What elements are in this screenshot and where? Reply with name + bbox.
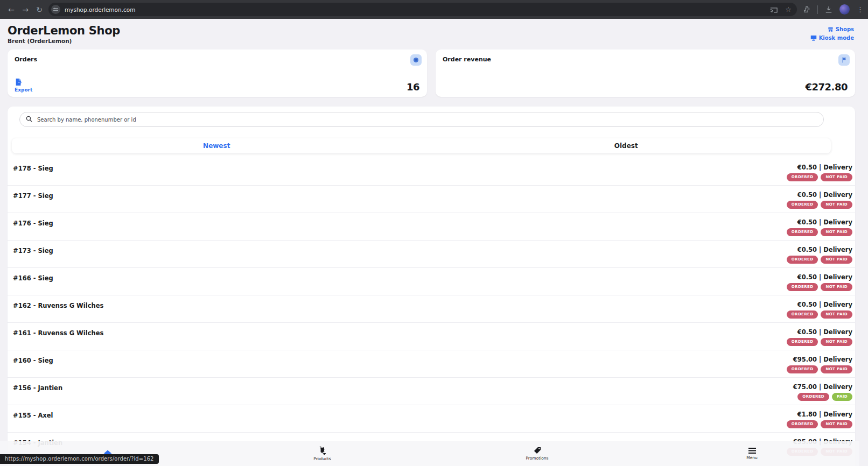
export-label: Export — [15, 87, 32, 93]
order-name: #162 - Ruvenss G Wilches — [13, 301, 103, 309]
tab-newest[interactable]: Newest — [12, 142, 422, 150]
ordered-badge: ORDERED — [787, 338, 818, 346]
status-url-tooltip: https://myshop.orderlemon.com/orders/ord… — [0, 454, 159, 464]
search-input[interactable] — [19, 112, 824, 127]
order-name: #161 - Ruvenss G Wilches — [13, 328, 103, 337]
order-price-method: €0.50 | Delivery — [797, 246, 852, 253]
order-name: #160 - Sieg — [13, 356, 53, 364]
nav-item-menu[interactable]: Menu — [645, 441, 859, 466]
not-paid-badge: NOT PAID — [821, 365, 852, 373]
page-title: OrderLemon Shop — [8, 24, 860, 37]
order-row[interactable]: #162 - Ruvenss G Wilches€0.50 | Delivery… — [8, 295, 855, 323]
download-icon[interactable] — [825, 6, 832, 13]
nav-label-products: Products — [313, 456, 331, 461]
order-badges: ORDEREDNOT PAID — [787, 256, 852, 264]
order-badges: ORDEREDPAID — [797, 393, 852, 401]
address-bar[interactable]: myshop.orderlemon.com ☆ — [48, 3, 797, 16]
page-subtitle: Brent (OrderLemon) — [8, 38, 860, 44]
order-price-method: €0.50 | Delivery — [797, 218, 852, 226]
order-name: #156 - Jantien — [13, 383, 62, 392]
ordered-badge: ORDERED — [797, 393, 829, 401]
order-price-method: €95.00 | Delivery — [793, 356, 852, 363]
order-row[interactable]: #155 - Axel€1.80 | DeliveryORDEREDNOT PA… — [8, 405, 855, 433]
shop-icon — [828, 26, 834, 32]
order-row[interactable]: #161 - Ruvenss G Wilches€0.50 | Delivery… — [8, 323, 855, 350]
search-icon — [26, 116, 32, 122]
promotions-icon — [534, 447, 541, 454]
order-badges: ORDEREDNOT PAID — [787, 228, 852, 236]
ordered-badge: ORDERED — [787, 256, 818, 264]
revenue-amount: €272.80 — [806, 81, 848, 93]
revenue-card[interactable]: Order revenue €272.80 — [436, 50, 855, 97]
order-price-method: €0.50 | Delivery — [797, 164, 852, 171]
not-paid-badge: NOT PAID — [821, 173, 852, 181]
order-badges: ORDEREDNOT PAID — [787, 338, 852, 346]
order-row[interactable]: #173 - Sieg€0.50 | DeliveryORDEREDNOT PA… — [8, 241, 855, 268]
ordered-badge: ORDERED — [787, 420, 818, 428]
order-row[interactable]: #160 - Sieg€95.00 | DeliveryORDEREDNOT P… — [8, 350, 855, 378]
menu-icon — [748, 448, 756, 454]
order-row[interactable]: #176 - Sieg€0.50 | DeliveryORDEREDNOT PA… — [8, 213, 855, 241]
toolbar-divider — [817, 5, 818, 14]
not-paid-badge: NOT PAID — [821, 310, 852, 319]
order-badges: ORDEREDNOT PAID — [787, 365, 852, 373]
export-icon — [15, 78, 22, 86]
kiosk-mode-label: Kiosk mode — [819, 35, 854, 41]
shops-link[interactable]: Shops — [828, 26, 854, 32]
orders-icon — [410, 54, 422, 66]
extensions-icon[interactable] — [803, 6, 810, 13]
site-settings-icon[interactable] — [51, 5, 60, 14]
not-paid-badge: NOT PAID — [821, 338, 852, 346]
reload-icon[interactable]: ↻ — [32, 3, 46, 17]
monitor-icon — [810, 35, 817, 41]
shops-link-label: Shops — [836, 26, 854, 32]
url-text: myshop.orderlemon.com — [65, 6, 770, 13]
order-list: #178 - Sieg€0.50 | DeliveryORDEREDNOT PA… — [8, 158, 855, 460]
order-badges: ORDEREDNOT PAID — [787, 201, 852, 209]
order-row[interactable]: #156 - Jantien€75.00 | DeliveryORDEREDPA… — [8, 378, 855, 405]
orders-card[interactable]: Orders Export 16 — [8, 50, 427, 97]
ordered-badge: ORDERED — [787, 310, 818, 319]
order-row[interactable]: #178 - Sieg€0.50 | DeliveryORDEREDNOT PA… — [8, 158, 855, 186]
order-badges: ORDEREDNOT PAID — [787, 173, 852, 181]
ordered-badge: ORDERED — [787, 228, 818, 236]
order-row[interactable]: #166 - Sieg€0.50 | DeliveryORDEREDNOT PA… — [8, 268, 855, 295]
order-name: #177 - Sieg — [13, 191, 53, 200]
order-name: #176 - Sieg — [13, 218, 53, 227]
kiosk-mode-link[interactable]: Kiosk mode — [810, 35, 854, 41]
order-name: #166 - Sieg — [13, 273, 53, 282]
scrollbar-gutter[interactable] — [859, 19, 868, 466]
profile-avatar[interactable] — [839, 4, 850, 15]
order-row[interactable]: #177 - Sieg€0.50 | DeliveryORDEREDNOT PA… — [8, 186, 855, 213]
order-price-method: €1.80 | Delivery — [797, 411, 852, 418]
nav-label-menu: Menu — [746, 455, 758, 460]
browser-toolbar: ← → ↻ myshop.orderlemon.com ☆ ⋮ — [0, 0, 868, 19]
flag-icon — [838, 54, 850, 66]
products-icon — [318, 446, 326, 455]
orders-count: 16 — [407, 81, 419, 93]
nav-item-products[interactable]: Products — [215, 441, 430, 466]
order-name: #173 - Sieg — [13, 246, 53, 255]
forward-icon[interactable]: → — [18, 3, 32, 17]
ordered-badge: ORDERED — [787, 201, 818, 209]
export-button[interactable]: Export — [15, 78, 32, 93]
order-price-method: €0.50 | Delivery — [797, 301, 852, 308]
cast-icon[interactable] — [770, 6, 778, 13]
order-price-method: €0.50 | Delivery — [797, 328, 852, 336]
orders-card-title: Orders — [15, 56, 37, 63]
not-paid-badge: NOT PAID — [821, 228, 852, 236]
order-name: #155 - Axel — [13, 411, 53, 419]
back-icon[interactable]: ← — [4, 3, 18, 17]
ordered-badge: ORDERED — [787, 173, 818, 181]
not-paid-badge: NOT PAID — [821, 201, 852, 209]
not-paid-badge: NOT PAID — [821, 420, 852, 428]
header-links: Shops Kiosk mode — [810, 26, 854, 41]
kebab-menu-icon[interactable]: ⋮ — [857, 5, 864, 13]
ordered-badge: ORDERED — [787, 283, 818, 291]
nav-item-promotions[interactable]: Promotions — [430, 441, 645, 466]
sort-tab-bar: Newest Oldest — [12, 138, 831, 153]
orders-panel: Newest Oldest #178 - Sieg€0.50 | Deliver… — [8, 107, 855, 466]
order-price-method: €75.00 | Delivery — [793, 383, 852, 391]
tab-oldest[interactable]: Oldest — [422, 142, 831, 150]
bookmark-star-icon[interactable]: ☆ — [785, 5, 792, 13]
